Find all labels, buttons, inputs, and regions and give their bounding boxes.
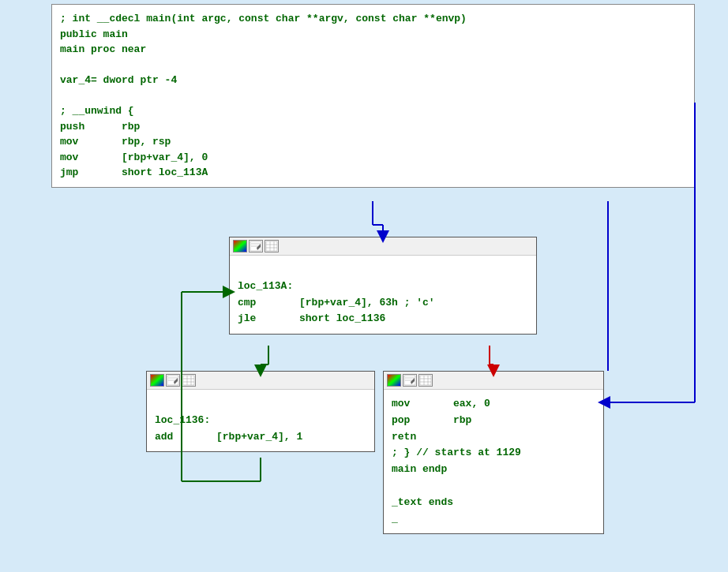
grid-icon-1136	[182, 374, 196, 387]
node-mainendp-toolbar	[384, 372, 603, 390]
main-container: ; int __cdecl main(int argc, const char …	[0, 0, 728, 572]
svg-marker-3	[257, 244, 261, 250]
code-line-2: public main	[60, 27, 686, 43]
code-line-8: push rbp	[60, 119, 686, 135]
node-mainendp-code: mov eax, 0 pop rbp retn ; } // starts at…	[384, 390, 603, 533]
code-line-7: ; __unwind {	[60, 103, 686, 119]
code-line-10: mov [rbp+var_4], 0	[60, 150, 686, 166]
node-loc-113a: loc_113A: cmp [rbp+var_4], 63h ; 'c' jle…	[229, 237, 537, 335]
svg-rect-22	[420, 376, 431, 385]
code-line-6	[60, 88, 686, 104]
node-1136-code: loc_1136: add [rbp+var_4], 1	[147, 390, 374, 451]
color-icon-1136	[150, 374, 164, 387]
grid-icon-mainendp	[418, 374, 433, 387]
node-loc-1136: loc_1136: add [rbp+var_4], 1	[146, 371, 375, 452]
code-line-1: ; int __cdecl main(int argc, const char …	[60, 11, 686, 27]
code-line-3: main proc near	[60, 42, 686, 58]
pencil-icon-113a	[249, 240, 263, 252]
svg-marker-12	[174, 378, 178, 384]
code-line-9: mov rbp, rsp	[60, 134, 686, 150]
pencil-icon-1136	[166, 374, 180, 387]
color-icon-113a	[233, 240, 247, 252]
node-main-endp: mov eax, 0 pop rbp retn ; } // starts at…	[383, 371, 604, 534]
svg-marker-21	[411, 378, 415, 384]
node-113a-toolbar	[230, 237, 536, 256]
code-line-4	[60, 58, 686, 73]
node-113a-code: loc_113A: cmp [rbp+var_4], 63h ; 'c' jle…	[230, 256, 536, 334]
svg-rect-13	[183, 376, 194, 385]
code-line-11: jmp short loc_113A	[60, 165, 686, 181]
color-icon-mainendp	[387, 374, 401, 387]
code-line-5: var_4= dword ptr -4	[60, 73, 686, 88]
node-1136-toolbar	[147, 372, 374, 390]
top-code-block: ; int __cdecl main(int argc, const char …	[51, 4, 695, 188]
svg-rect-4	[266, 241, 277, 251]
grid-icon-113a	[265, 240, 279, 252]
pencil-icon-mainendp	[403, 374, 417, 387]
